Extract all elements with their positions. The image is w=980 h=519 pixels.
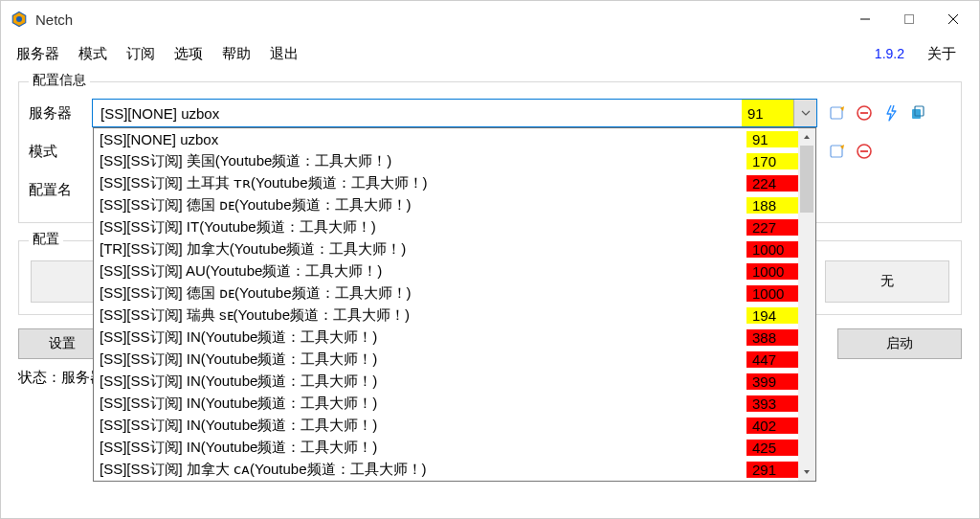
dropdown-item[interactable]: [SS][SS订阅] 瑞典 sᴇ(Youtube频道：工具大师！)194 <box>94 305 798 327</box>
dropdown-item-text: [SS][SS订阅] IN(Youtube频道：工具大师！) <box>94 328 746 347</box>
version-label: 1.9.2 <box>875 46 904 61</box>
dropdown-item-latency: 425 <box>746 440 798 456</box>
dropdown-item-text: [SS][SS订阅] AU(Youtube频道：工具大师！) <box>94 262 746 281</box>
menu-options[interactable]: 选项 <box>174 45 203 63</box>
server-dropdown-list: [SS][NONE] uzbox91[SS][SS订阅] 美国(Youtube频… <box>93 127 816 482</box>
maximize-button[interactable] <box>887 4 931 34</box>
none-button[interactable]: 无 <box>825 260 949 303</box>
dropdown-item-latency: 194 <box>746 307 798 324</box>
dropdown-item[interactable]: [SS][SS订阅] 美国(Youtube频道：工具大师！)170 <box>94 150 798 172</box>
dropdown-item[interactable]: [SS][SS订阅] IT(Youtube频道：工具大师！)227 <box>94 216 798 238</box>
config-legend: 配置 <box>29 231 63 248</box>
settings-button-label: 设置 <box>49 335 76 352</box>
remove-server-icon[interactable] <box>854 102 875 124</box>
dropdown-item[interactable]: [SS][SS订阅] 德国 ᴅᴇ(Youtube频道：工具大师！)188 <box>94 194 798 216</box>
dropdown-item[interactable]: [SS][SS订阅] IN(Youtube频道：工具大师！)393 <box>94 393 798 415</box>
close-button[interactable] <box>931 4 975 34</box>
dropdown-item-text: [SS][SS订阅] 德国 ᴅᴇ(Youtube频道：工具大师！) <box>94 196 746 214</box>
dropdown-item-text: [SS][SS订阅] 瑞典 sᴇ(Youtube频道：工具大师！) <box>94 306 746 325</box>
dropdown-item[interactable]: [SS][SS订阅] IN(Youtube频道：工具大师！)388 <box>94 327 798 349</box>
speedtest-icon[interactable] <box>880 102 902 124</box>
dropdown-item-latency: 188 <box>746 197 798 214</box>
dropdown-item[interactable]: [SS][SS订阅] 德国 ᴅᴇ(Youtube频道：工具大师！)1000 <box>94 282 798 305</box>
titlebar: Netch <box>1 1 979 37</box>
app-window: Netch 服务器 模式 订阅 选项 帮助 退出 1.9.2 关于 配置信息 服… <box>0 0 980 519</box>
menu-subscribe[interactable]: 订阅 <box>126 45 155 63</box>
remove-mode-icon[interactable] <box>854 141 875 162</box>
dropdown-item[interactable]: [SS][SS订阅] 土耳其 ᴛʀ(Youtube频道：工具大师！)224 <box>94 172 798 194</box>
dropdown-item-latency: 170 <box>746 153 798 169</box>
profile-label: 配置名 <box>29 181 92 199</box>
dropdown-item-latency: 399 <box>746 373 798 390</box>
server-label: 服务器 <box>29 104 92 123</box>
dropdown-item-latency: 393 <box>746 395 798 412</box>
combobox-arrow-button[interactable] <box>793 100 816 126</box>
menu-help[interactable]: 帮助 <box>222 45 251 63</box>
server-combobox[interactable]: [SS][NONE] uzbox 91 [SS][NONE] uzbox91[S… <box>92 99 817 127</box>
dropdown-item-text: [TR][SS订阅] 加拿大(Youtube频道：工具大师！) <box>94 240 746 259</box>
dropdown-item-latency: 291 <box>746 462 798 478</box>
svg-rect-3 <box>905 15 914 24</box>
dropdown-item-text: [SS][SS订阅] IN(Youtube频道：工具大师！) <box>94 372 746 391</box>
scroll-up-button[interactable] <box>798 128 815 146</box>
dropdown-item-text: [SS][SS订阅] IN(Youtube频道：工具大师！) <box>94 417 746 435</box>
dropdown-item-text: [SS][SS订阅] IN(Youtube频道：工具大师！) <box>94 350 746 369</box>
dropdown-item-text: [SS][SS订阅] IN(Youtube频道：工具大师！) <box>94 395 746 413</box>
config-info-group: 配置信息 服务器 [SS][NONE] uzbox 91 [SS][NONE] … <box>18 81 962 223</box>
app-title: Netch <box>35 11 73 28</box>
dropdown-item-latency: 1000 <box>746 285 798 302</box>
dropdown-scrollbar[interactable] <box>798 128 815 481</box>
start-button[interactable]: 启动 <box>837 328 962 359</box>
dropdown-item-latency: 1000 <box>746 263 798 280</box>
scroll-thumb[interactable] <box>800 146 813 213</box>
dropdown-item-latency: 91 <box>746 131 798 147</box>
dropdown-item-latency: 1000 <box>746 241 798 258</box>
dropdown-item-text: [SS][SS订阅] 土耳其 ᴛʀ(Youtube频道：工具大师！) <box>94 174 746 192</box>
add-server-icon[interactable] <box>827 102 848 124</box>
config-info-legend: 配置信息 <box>29 72 90 89</box>
scroll-down-button[interactable] <box>798 463 815 481</box>
copy-icon[interactable] <box>907 102 928 124</box>
svg-point-1 <box>16 16 22 22</box>
dropdown-item[interactable]: [SS][SS订阅] IN(Youtube频道：工具大师！)399 <box>94 371 798 393</box>
start-button-label: 启动 <box>886 335 913 352</box>
menu-mode[interactable]: 模式 <box>78 45 107 63</box>
server-icon-toolbar <box>827 102 951 124</box>
server-row: 服务器 [SS][NONE] uzbox 91 [SS][NONE] uzbox… <box>29 98 951 128</box>
none-button-label: 无 <box>880 273 894 290</box>
dropdown-item-latency: 388 <box>746 329 798 346</box>
dropdown-item-latency: 227 <box>746 219 798 236</box>
dropdown-item-text: [SS][SS订阅] IN(Youtube频道：工具大师！) <box>94 439 746 457</box>
dropdown-item[interactable]: [SS][SS订阅] AU(Youtube频道：工具大师！)1000 <box>94 260 798 282</box>
menubar: 服务器 模式 订阅 选项 帮助 退出 1.9.2 关于 <box>1 37 979 70</box>
dropdown-item-text: [SS][SS订阅] 德国 ᴅᴇ(Youtube频道：工具大师！) <box>94 284 746 303</box>
dropdown-item[interactable]: [SS][SS订阅] IN(Youtube频道：工具大师！)447 <box>94 349 798 371</box>
dropdown-item-text: [SS][SS订阅] IT(Youtube频道：工具大师！) <box>94 218 746 237</box>
app-icon <box>11 11 28 28</box>
mode-label: 模式 <box>29 143 92 161</box>
dropdown-item[interactable]: [SS][SS订阅] IN(Youtube频道：工具大师！)425 <box>94 437 798 459</box>
menu-about[interactable]: 关于 <box>927 45 956 63</box>
dropdown-item-text: [SS][NONE] uzbox <box>94 131 746 147</box>
svg-marker-7 <box>804 470 810 474</box>
minimize-button[interactable] <box>843 4 887 34</box>
dropdown-item[interactable]: [TR][SS订阅] 加拿大(Youtube频道：工具大师！)1000 <box>94 238 798 260</box>
add-mode-icon[interactable] <box>827 141 848 162</box>
svg-marker-6 <box>804 135 810 139</box>
menu-exit[interactable]: 退出 <box>270 45 299 63</box>
dropdown-item[interactable]: [SS][NONE] uzbox91 <box>94 128 798 150</box>
svg-rect-11 <box>912 109 921 119</box>
dropdown-item-latency: 447 <box>746 351 798 368</box>
svg-rect-13 <box>831 146 842 157</box>
dropdown-item-text: [SS][SS订阅] 美国(Youtube频道：工具大师！) <box>94 152 746 170</box>
svg-rect-8 <box>831 107 842 119</box>
dropdown-item-text: [SS][SS订阅] 加拿大 ᴄᴀ(Youtube频道：工具大师！) <box>94 461 746 479</box>
mode-icon-toolbar <box>827 141 951 162</box>
dropdown-item[interactable]: [SS][SS订阅] 加拿大 ᴄᴀ(Youtube频道：工具大师！)291 <box>94 459 798 481</box>
dropdown-item[interactable]: [SS][SS订阅] IN(Youtube频道：工具大师！)402 <box>94 415 798 437</box>
dropdown-item-latency: 224 <box>746 175 798 192</box>
scroll-track[interactable] <box>798 146 815 463</box>
server-selected-latency: 91 <box>742 100 793 126</box>
menu-server[interactable]: 服务器 <box>16 45 59 63</box>
dropdown-item-latency: 402 <box>746 417 798 434</box>
